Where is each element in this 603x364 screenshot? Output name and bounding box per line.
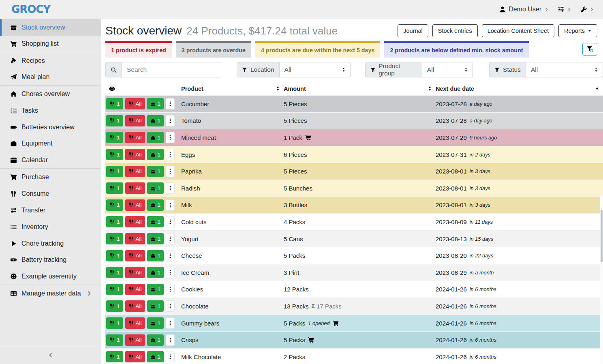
row-menu-button[interactable] bbox=[166, 166, 175, 177]
open-one-button[interactable]: 1 bbox=[147, 216, 164, 227]
open-one-button[interactable]: 1 bbox=[147, 199, 164, 211]
consume-one-button[interactable]: 1 bbox=[106, 98, 123, 109]
consume-one-button[interactable]: 1 bbox=[106, 334, 123, 346]
location-select[interactable]: All bbox=[280, 62, 351, 77]
sidebar-item-example-userentity[interactable]: Example userentity bbox=[0, 268, 101, 285]
open-one-button[interactable]: 1 bbox=[147, 233, 164, 244]
consume-one-button[interactable]: 1 bbox=[106, 216, 123, 227]
row-menu-button[interactable] bbox=[166, 233, 175, 244]
user-menu[interactable]: Demo User bbox=[499, 6, 549, 13]
consume-one-button[interactable]: 1 bbox=[106, 149, 123, 160]
sidebar-item-tasks[interactable]: Tasks bbox=[0, 102, 101, 119]
consume-one-button[interactable]: 1 bbox=[106, 300, 123, 312]
banner-overdue[interactable]: 3 products are overdue bbox=[176, 41, 251, 58]
consume-one-button[interactable]: 1 bbox=[106, 250, 123, 261]
consume-all-button[interactable]: All bbox=[125, 216, 145, 227]
row-menu-button[interactable] bbox=[166, 317, 175, 329]
consume-one-button[interactable]: 1 bbox=[106, 182, 123, 194]
open-one-button[interactable]: 1 bbox=[147, 250, 164, 261]
sidebar-item-meal-plan[interactable]: Meal plan bbox=[0, 69, 101, 86]
row-menu-button[interactable] bbox=[166, 334, 175, 346]
consume-all-button[interactable]: All bbox=[125, 166, 145, 177]
clear-filter-button[interactable] bbox=[582, 43, 597, 56]
sidebar-item-inventory[interactable]: Inventory bbox=[0, 218, 101, 235]
app-logo[interactable]: GROCY bbox=[11, 3, 50, 15]
sidebar-item-manage-master-data[interactable]: Manage master data bbox=[0, 285, 101, 302]
open-one-button[interactable]: 1 bbox=[147, 267, 164, 278]
column-header-product[interactable]: Product bbox=[181, 82, 284, 95]
open-one-button[interactable]: 1 bbox=[147, 149, 164, 160]
scrollbar-thumb[interactable] bbox=[601, 210, 603, 262]
open-one-button[interactable]: 1 bbox=[147, 317, 164, 329]
sidebar-item-calendar[interactable]: Calendar bbox=[0, 152, 101, 169]
row-menu-button[interactable] bbox=[166, 182, 175, 194]
consume-all-button[interactable]: All bbox=[125, 300, 145, 312]
sidebar-item-recipes[interactable]: Recipes bbox=[0, 52, 101, 69]
columns-visibility-header[interactable] bbox=[105, 82, 181, 95]
open-one-button[interactable]: 1 bbox=[147, 334, 164, 346]
consume-one-button[interactable]: 1 bbox=[106, 199, 123, 211]
row-menu-button[interactable] bbox=[166, 250, 175, 261]
admin-menu[interactable] bbox=[580, 6, 594, 13]
open-one-button[interactable]: 1 bbox=[147, 115, 164, 126]
sidebar-item-chores-overview[interactable]: Chores overview bbox=[0, 86, 101, 102]
consume-all-button[interactable]: All bbox=[125, 267, 145, 278]
sidebar-item-shopping-list[interactable]: Shopping list bbox=[0, 36, 101, 52]
open-one-button[interactable]: 1 bbox=[147, 284, 164, 295]
row-menu-button[interactable] bbox=[166, 300, 175, 312]
location-content-sheet-button[interactable]: Location Content Sheet bbox=[482, 24, 555, 37]
row-menu-button[interactable] bbox=[166, 115, 175, 126]
consume-all-button[interactable]: All bbox=[125, 132, 145, 143]
consume-one-button[interactable]: 1 bbox=[106, 166, 123, 177]
consume-all-button[interactable]: All bbox=[125, 182, 145, 194]
consume-all-button[interactable]: All bbox=[125, 250, 145, 261]
consume-all-button[interactable]: All bbox=[125, 334, 145, 346]
sidebar-item-chore-tracking[interactable]: Chore tracking bbox=[0, 235, 101, 252]
consume-all-button[interactable]: All bbox=[125, 199, 145, 211]
consume-one-button[interactable]: 1 bbox=[106, 267, 123, 278]
sidebar-item-battery-tracking[interactable]: Battery tracking bbox=[0, 252, 101, 268]
open-one-button[interactable]: 1 bbox=[147, 300, 164, 312]
consume-one-button[interactable]: 1 bbox=[106, 115, 123, 126]
consume-all-button[interactable]: All bbox=[125, 317, 145, 329]
stock-entries-button[interactable]: Stock entries bbox=[432, 24, 478, 37]
open-one-button[interactable]: 1 bbox=[147, 182, 164, 194]
banner-expired[interactable]: 1 product is expired bbox=[105, 41, 172, 58]
consume-one-button[interactable]: 1 bbox=[106, 351, 123, 362]
consume-one-button[interactable]: 1 bbox=[106, 132, 123, 143]
consume-all-button[interactable]: All bbox=[125, 115, 145, 126]
row-menu-button[interactable] bbox=[166, 199, 175, 211]
search-input[interactable] bbox=[122, 62, 221, 77]
consume-one-button[interactable]: 1 bbox=[106, 317, 123, 329]
sidebar-item-equipment[interactable]: Equipment bbox=[0, 135, 101, 152]
sidebar-collapse-button[interactable] bbox=[0, 346, 101, 364]
product-group-select[interactable]: All bbox=[422, 62, 473, 77]
sidebar-item-batteries-overview[interactable]: Batteries overview bbox=[0, 119, 101, 135]
sidebar-item-consume[interactable]: Consume bbox=[0, 185, 101, 202]
open-one-button[interactable]: 1 bbox=[147, 98, 164, 109]
row-menu-button[interactable] bbox=[166, 267, 175, 278]
status-select[interactable]: All bbox=[526, 62, 603, 77]
consume-one-button[interactable]: 1 bbox=[106, 233, 123, 244]
consume-all-button[interactable]: All bbox=[125, 351, 145, 362]
row-menu-button[interactable] bbox=[166, 132, 175, 143]
open-one-button[interactable]: 1 bbox=[147, 132, 164, 143]
row-menu-button[interactable] bbox=[166, 149, 175, 160]
open-one-button[interactable]: 1 bbox=[147, 351, 164, 362]
consume-all-button[interactable]: All bbox=[125, 284, 145, 295]
consume-all-button[interactable]: All bbox=[125, 98, 145, 109]
column-header-next-due-date[interactable]: Next due date bbox=[436, 82, 603, 95]
journal-button[interactable]: Journal bbox=[398, 24, 428, 37]
consume-one-button[interactable]: 1 bbox=[106, 284, 123, 295]
consume-all-button[interactable]: All bbox=[125, 233, 145, 244]
sidebar-item-transfer[interactable]: Transfer bbox=[0, 202, 101, 218]
row-menu-button[interactable] bbox=[166, 98, 175, 109]
banner-due-soon[interactable]: 4 products are due within the next 5 day… bbox=[255, 41, 380, 58]
row-menu-button[interactable] bbox=[166, 216, 175, 227]
open-one-button[interactable]: 1 bbox=[147, 166, 164, 177]
column-header-amount[interactable]: Amount bbox=[284, 82, 436, 95]
consume-all-button[interactable]: All bbox=[125, 149, 145, 160]
banner-below-min-stock[interactable]: 2 products are below defined min. stock … bbox=[384, 41, 528, 58]
sidebar-item-stock-overview[interactable]: Stock overview bbox=[0, 19, 101, 36]
sidebar-item-purchase[interactable]: Purchase bbox=[0, 169, 101, 185]
